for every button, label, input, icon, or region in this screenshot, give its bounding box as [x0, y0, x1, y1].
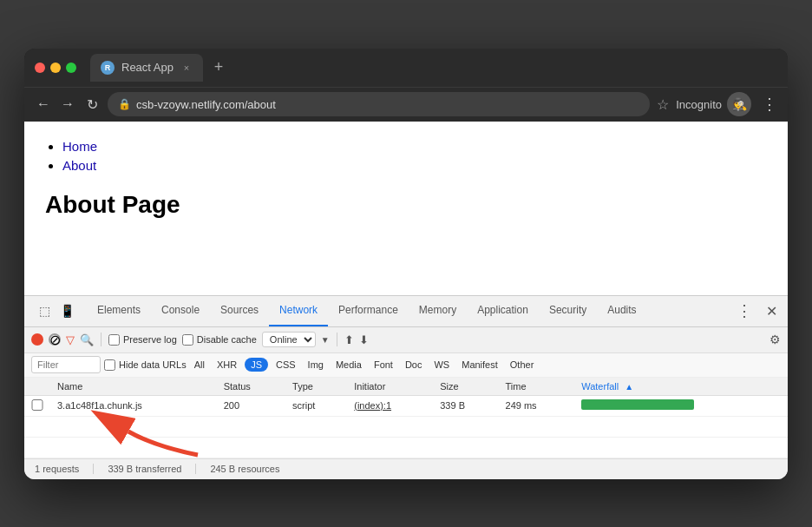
maximize-button[interactable]: [66, 63, 76, 73]
browser-menu-button[interactable]: ⋮: [762, 95, 777, 114]
tab-elements[interactable]: Elements: [87, 295, 151, 326]
devtools-panel: ⬚ 📱 Elements Console Sources Network Per…: [24, 295, 788, 479]
tab-sources[interactable]: Sources: [210, 295, 269, 326]
search-icon[interactable]: 🔍: [80, 333, 94, 346]
address-text: csb-vzoyw.netlify.com/about: [136, 98, 639, 111]
lock-icon: 🔒: [118, 98, 131, 110]
address-right: ☆: [657, 96, 669, 113]
download-icon[interactable]: ⬇: [359, 333, 369, 346]
tab-memory[interactable]: Memory: [409, 295, 467, 326]
incognito-label: Incognito: [676, 98, 722, 111]
transferred-size: 339 B transferred: [108, 464, 196, 474]
network-toolbar: ⊘ ▽ 🔍 Preserve log Disable cache Online …: [24, 327, 788, 353]
tab-network[interactable]: Network: [269, 295, 328, 326]
devtools-left-icons: ⬚ 📱: [28, 301, 83, 320]
empty-row-2: [24, 437, 788, 458]
close-button[interactable]: [35, 63, 45, 73]
filter-icon[interactable]: ▽: [66, 333, 75, 346]
filter-input-wrap[interactable]: [31, 356, 101, 373]
row-size: 339 B: [433, 395, 498, 416]
hide-data-urls-checkbox[interactable]: Hide data URLs: [104, 359, 187, 371]
inspect-element-icon[interactable]: ⬚: [35, 301, 54, 320]
tab-close-button[interactable]: ×: [180, 62, 193, 74]
home-link[interactable]: Home: [62, 139, 97, 154]
network-throttle-select[interactable]: Online: [262, 332, 316, 347]
tab-console[interactable]: Console: [151, 295, 210, 326]
browser-window: R React App × + ← → ↻ 🔒 csb-vzoyw.netlif…: [24, 49, 788, 479]
tab-area: R React App × +: [90, 54, 777, 82]
filter-media[interactable]: Media: [331, 358, 366, 372]
row-initiator: (index):1: [347, 395, 433, 416]
devtools-more-button[interactable]: ⋮: [730, 301, 759, 320]
th-type[interactable]: Type: [285, 378, 347, 396]
page-nav: Home About: [45, 139, 767, 174]
filter-font[interactable]: Font: [370, 358, 397, 372]
th-size[interactable]: Size: [433, 378, 498, 396]
filter-input[interactable]: [37, 359, 89, 370]
tab-application[interactable]: Application: [467, 295, 539, 326]
dropdown-arrow-icon: ▼: [321, 335, 330, 345]
divider-2: [337, 333, 337, 346]
tab-favicon: R: [101, 61, 115, 75]
table-row[interactable]: 3.a1c48f1a.chunk.js 200 script (index):1…: [24, 395, 788, 416]
resources-size: 245 B resources: [210, 464, 293, 474]
th-waterfall[interactable]: Waterfall ▲: [574, 378, 788, 396]
page-heading: About Page: [45, 191, 767, 219]
th-checkbox: [24, 378, 50, 396]
title-bar: R React App × +: [24, 49, 788, 87]
waterfall-bar: [581, 399, 694, 410]
incognito-icon: 🕵: [727, 92, 751, 116]
filter-js[interactable]: JS: [245, 358, 268, 372]
filter-other[interactable]: Other: [506, 358, 539, 372]
page-content: Home About About Page: [24, 122, 788, 295]
about-link[interactable]: About: [62, 158, 96, 173]
filter-xhr[interactable]: XHR: [213, 358, 241, 372]
tab-security[interactable]: Security: [539, 295, 597, 326]
row-status: 200: [217, 395, 285, 416]
filter-css[interactable]: CSS: [272, 358, 300, 372]
row-checkbox[interactable]: [31, 399, 43, 411]
tab-audits[interactable]: Audits: [597, 295, 646, 326]
back-button[interactable]: ←: [35, 96, 52, 112]
row-name: 3.a1c48f1a.chunk.js: [50, 395, 217, 416]
reload-button[interactable]: ↻: [83, 96, 101, 113]
filter-ws[interactable]: WS: [429, 358, 454, 372]
device-toolbar-icon[interactable]: 📱: [57, 301, 76, 320]
address-input-wrap[interactable]: 🔒 csb-vzoyw.netlify.com/about: [108, 92, 650, 116]
tab-title: React App: [121, 61, 174, 74]
filter-doc[interactable]: Doc: [401, 358, 427, 372]
divider-1: [101, 333, 102, 346]
devtools-close-button[interactable]: ✕: [759, 303, 784, 319]
new-tab-button[interactable]: +: [206, 56, 231, 80]
sort-arrow-icon: ▲: [625, 382, 633, 392]
bookmark-icon[interactable]: ☆: [657, 96, 669, 113]
record-button[interactable]: [31, 333, 43, 346]
address-bar: ← → ↻ 🔒 csb-vzoyw.netlify.com/about ☆ In…: [24, 87, 788, 122]
incognito-area: Incognito 🕵: [676, 92, 751, 116]
th-time[interactable]: Time: [499, 378, 575, 396]
th-name[interactable]: Name: [50, 378, 217, 396]
row-type: script: [285, 395, 347, 416]
filter-manifest[interactable]: Manifest: [457, 358, 502, 372]
traffic-lights: [35, 63, 76, 73]
disable-cache-checkbox[interactable]: Disable cache: [182, 334, 257, 346]
preserve-log-checkbox[interactable]: Preserve log: [108, 334, 177, 346]
row-time: 249 ms: [499, 395, 575, 416]
filter-img[interactable]: Img: [304, 358, 328, 372]
browser-tab[interactable]: R React App ×: [90, 54, 203, 82]
filter-row: Hide data URLs All XHR JS CSS Img Media …: [24, 353, 788, 378]
th-initiator[interactable]: Initiator: [347, 378, 433, 396]
upload-icon[interactable]: ⬆: [344, 333, 354, 346]
empty-row-1: [24, 416, 788, 437]
status-bar: 1 requests 339 B transferred 245 B resou…: [24, 458, 788, 479]
row-waterfall: [574, 395, 788, 416]
stop-button[interactable]: ⊘: [49, 333, 61, 346]
th-status[interactable]: Status: [217, 378, 285, 396]
forward-button[interactable]: →: [59, 96, 76, 112]
network-table-container: Name Status Type Initiator Size: [24, 378, 788, 458]
settings-icon[interactable]: ⚙: [769, 333, 781, 346]
tab-performance[interactable]: Performance: [328, 295, 409, 326]
minimize-button[interactable]: [50, 63, 61, 73]
filter-all[interactable]: All: [190, 358, 209, 372]
network-table: Name Status Type Initiator Size: [24, 378, 788, 458]
